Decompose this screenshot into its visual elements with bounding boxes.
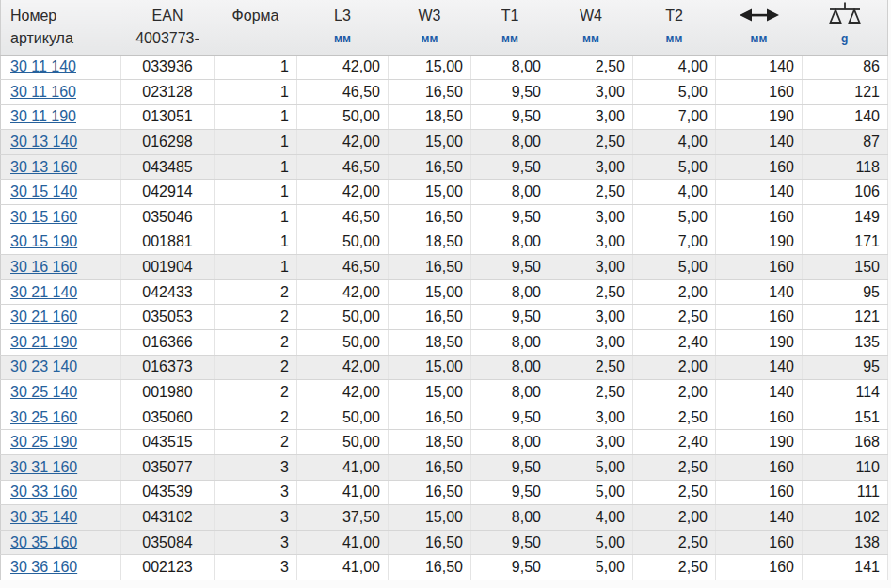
weight-cell: 168	[803, 430, 888, 455]
table-row: 30 25 190043515250,0018,508,003,002,4019…	[1, 430, 888, 455]
ean-cell: 016298	[121, 130, 215, 155]
article-link[interactable]: 30 31 160	[10, 459, 77, 475]
article-link[interactable]: 30 11 160	[10, 84, 76, 100]
length-cell: 190	[716, 230, 803, 255]
article-link[interactable]: 30 15 160	[10, 209, 77, 225]
article-link[interactable]: 30 25 140	[10, 384, 77, 400]
article-link[interactable]: 30 11 190	[10, 108, 76, 124]
col-header-ean: EAN 4003773-	[121, 0, 215, 55]
article-cell: 30 21 190	[1, 330, 121, 356]
article-link[interactable]: 30 13 160	[10, 159, 77, 175]
w3-cell: 16,50	[389, 205, 471, 230]
l3-cell: 42,00	[297, 279, 389, 305]
forma-cell: 3	[215, 455, 297, 481]
table-row: 30 15 140042914142,0015,008,002,504,0014…	[1, 180, 888, 205]
article-link[interactable]: 30 11 140	[10, 58, 76, 74]
length-cell: 160	[716, 530, 803, 555]
table-row: 30 25 160035060250,0016,509,503,002,5016…	[1, 405, 888, 430]
weight-cell: 141	[803, 555, 888, 580]
article-link[interactable]: 30 23 140	[10, 358, 77, 374]
weight-cell: 86	[803, 55, 888, 80]
article-link[interactable]: 30 36 160	[10, 559, 77, 575]
w4-cell: 3,00	[549, 330, 633, 356]
table-row: 30 13 140016298142,0015,008,002,504,0014…	[1, 130, 888, 155]
weight-cell: 102	[803, 505, 888, 531]
weight-cell: 149	[803, 205, 888, 230]
weight-cell: 121	[803, 80, 888, 105]
t1-cell: 9,50	[471, 555, 549, 580]
t1-cell: 8,00	[471, 380, 549, 405]
w3-cell: 16,50	[389, 555, 471, 580]
forma-cell: 2	[215, 330, 297, 356]
header-row: Номер артикула EAN 4003773- Форма L3 мм …	[1, 0, 888, 55]
l3-cell: 46,50	[297, 154, 389, 180]
weight-cell: 114	[803, 380, 888, 405]
weight-cell: 150	[803, 255, 888, 280]
col-header-t1: T1 мм	[471, 0, 549, 55]
table-header: Номер артикула EAN 4003773- Форма L3 мм …	[1, 0, 888, 55]
article-link[interactable]: 30 21 160	[10, 309, 77, 325]
t2-cell: 2,00	[633, 380, 716, 405]
w3-cell: 15,00	[389, 380, 471, 405]
table-row: 30 36 160002123341,0016,509,505,002,5016…	[1, 555, 888, 580]
ean-cell: 035077	[121, 455, 215, 481]
length-cell: 160	[716, 80, 803, 105]
length-cell: 160	[716, 405, 803, 430]
w3-cell: 16,50	[389, 255, 471, 280]
length-cell: 160	[716, 205, 803, 230]
ean-cell: 043485	[121, 154, 215, 180]
t2-cell: 2,40	[633, 430, 716, 455]
article-link[interactable]: 30 35 140	[10, 509, 77, 525]
table-row: 30 23 140016373242,0015,008,002,502,0014…	[1, 355, 888, 380]
col-label: Номер	[1, 7, 121, 25]
article-link[interactable]: 30 13 140	[10, 134, 77, 150]
article-cell: 30 23 140	[1, 355, 121, 380]
w4-cell: 3,00	[549, 305, 633, 330]
col-label: EAN	[121, 7, 215, 25]
w3-cell: 16,50	[389, 530, 471, 555]
weight-cell: 111	[803, 480, 888, 505]
article-link[interactable]: 30 35 160	[10, 534, 77, 550]
length-cell: 160	[716, 480, 803, 505]
l3-cell: 42,00	[297, 355, 389, 380]
w4-cell: 3,00	[549, 205, 633, 230]
w3-cell: 15,00	[389, 355, 471, 380]
w4-cell: 3,00	[549, 154, 633, 180]
w3-cell: 15,00	[389, 180, 471, 205]
weight-cell: 121	[803, 305, 888, 330]
t1-cell: 9,50	[471, 205, 549, 230]
forma-cell: 1	[215, 255, 297, 280]
article-link[interactable]: 30 21 140	[10, 284, 77, 300]
article-cell: 30 11 190	[1, 104, 121, 130]
forma-cell: 3	[215, 530, 297, 555]
col-header-weight: g	[803, 0, 888, 55]
w4-cell: 2,50	[549, 355, 633, 380]
length-cell: 160	[716, 255, 803, 280]
table-row: 30 15 160035046146,5016,509,503,005,0016…	[1, 205, 888, 230]
article-link[interactable]: 30 25 160	[10, 409, 77, 425]
w4-cell: 2,50	[549, 279, 633, 305]
weight-cell: 151	[803, 405, 888, 430]
w3-cell: 18,50	[389, 230, 471, 255]
table-row: 30 11 190013051150,0018,509,503,007,0019…	[1, 104, 888, 130]
length-cell: 190	[716, 430, 803, 455]
t1-cell: 9,50	[471, 455, 549, 481]
article-link[interactable]: 30 33 160	[10, 484, 77, 500]
w3-cell: 16,50	[389, 80, 471, 105]
l3-cell: 37,50	[297, 505, 389, 531]
col-header-length: мм	[716, 0, 803, 55]
weight-cell: 135	[803, 330, 888, 356]
article-link[interactable]: 30 15 190	[10, 233, 77, 249]
forma-cell: 1	[215, 130, 297, 155]
t1-cell: 9,50	[471, 154, 549, 180]
w3-cell: 18,50	[389, 104, 471, 130]
l3-cell: 50,00	[297, 330, 389, 356]
l3-cell: 50,00	[297, 305, 389, 330]
article-link[interactable]: 30 16 160	[10, 259, 77, 275]
l3-cell: 50,00	[297, 430, 389, 455]
article-link[interactable]: 30 15 140	[10, 183, 77, 199]
article-link[interactable]: 30 21 190	[10, 334, 77, 350]
article-link[interactable]: 30 25 190	[10, 434, 77, 450]
col-unit: мм	[549, 31, 633, 46]
l3-cell: 46,50	[297, 255, 389, 280]
